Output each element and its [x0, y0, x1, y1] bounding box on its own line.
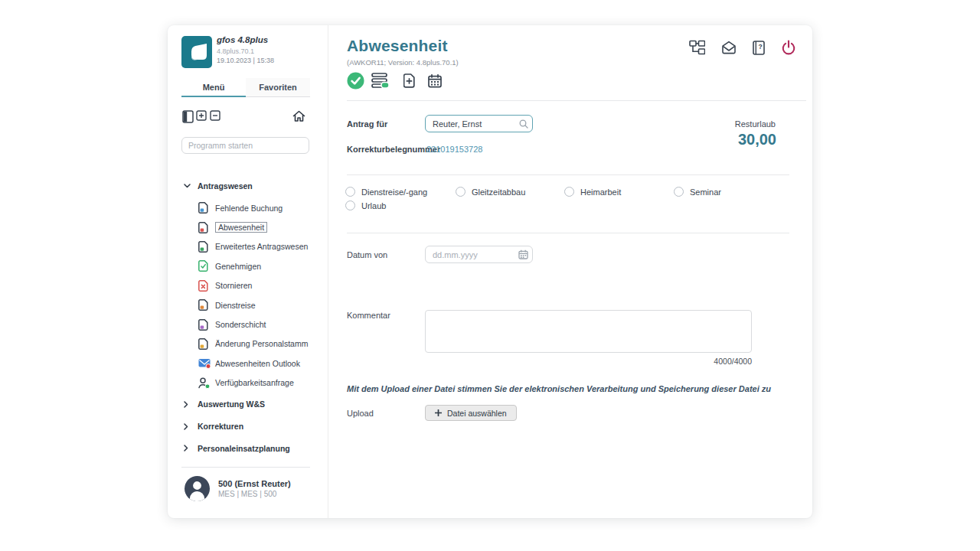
section-label: Antragswesen [198, 181, 253, 191]
action-toolbar [347, 72, 442, 90]
sidebar-menu-items: Fehlende Buchung Abwesenheit Erweitertes… [168, 198, 328, 393]
sidebar-section-auswertung-ws[interactable]: Auswertung W&S [168, 393, 328, 416]
datum-von-label: Datum von [347, 250, 387, 259]
sidebar-collapsed-sections: Auswertung W&S Korrekturen Personaleinsa… [168, 393, 328, 459]
document-red-icon [198, 222, 211, 233]
approve-check-icon[interactable] [347, 72, 364, 90]
section-label: Korrekturen [198, 422, 243, 431]
sidebar-item-fehlende-buchung[interactable]: Fehlende Buchung [168, 198, 328, 217]
sitemap-icon[interactable] [689, 40, 705, 55]
sidebar-item-erweitertes-antragswesen[interactable]: Erweitertes Antragswesen [168, 237, 328, 256]
sidebar-item-label: Abwesenheiten Outlook [215, 359, 300, 368]
radio-label: Dienstreise/-gang [361, 187, 427, 197]
stack-actions-icon[interactable] [371, 73, 390, 89]
radio-dienstreise-gang[interactable]: Dienstreise/-gang [345, 187, 427, 197]
new-document-icon[interactable] [403, 73, 415, 88]
kommentar-textarea[interactable] [425, 310, 752, 353]
chevron-right-icon [184, 445, 188, 452]
window-toolbar: ? [689, 40, 796, 55]
collapse-all-icon[interactable] [210, 110, 220, 121]
file-select-button[interactable]: Datei auswählen [425, 405, 517, 421]
sidebar-item-verfuegbarkeitsanfrage[interactable]: Verfügbarkeitsanfrage [168, 373, 328, 393]
sidebar-item-label: Änderung Personalstamm [215, 339, 308, 348]
help-book-icon[interactable]: ? [753, 41, 765, 55]
kommentar-label: Kommentar [347, 311, 390, 320]
sidebar-item-abwesenheiten-outlook[interactable]: Abwesenheiten Outlook [168, 354, 328, 373]
sidebar: gfos 4.8plus 4.8plus.70.1 19.10.2023 | 1… [168, 25, 328, 518]
datum-von-input[interactable] [425, 246, 533, 263]
radio-label: Heimarbeit [580, 187, 621, 197]
user-meta: MES | MES | 500 [218, 490, 291, 498]
home-icon[interactable] [292, 110, 305, 122]
expand-all-icon[interactable] [196, 110, 207, 121]
main-content: Abwesenheit (AWKOR11; Version: 4.8plus.7… [328, 25, 812, 518]
tab-favoriten-label: Favoriten [259, 83, 297, 92]
radio-heimarbeit[interactable]: Heimarbeit [564, 187, 621, 197]
chevron-right-icon [184, 423, 188, 430]
sidebar-section-antragswesen[interactable]: Antragswesen [168, 180, 328, 192]
divider [347, 100, 806, 101]
sidebar-toolbar [168, 110, 328, 124]
app-window: gfos 4.8plus 4.8plus.70.1 19.10.2023 | 1… [168, 25, 812, 518]
mail-icon[interactable] [721, 41, 737, 54]
section-label: Personaleinsatzplanung [198, 444, 290, 453]
sidebar-item-aenderung-personalstamm[interactable]: Änderung Personalstamm [168, 334, 328, 354]
radio-label: Urlaub [361, 201, 386, 210]
panel-toggle-icon[interactable] [182, 110, 194, 123]
sidebar-item-sonderschicht[interactable]: Sonderschicht [168, 315, 328, 334]
active-tab-underline [181, 96, 246, 97]
program-search-input[interactable] [181, 137, 309, 154]
sidebar-item-genehmigen[interactable]: Genehmigen [168, 256, 328, 276]
user-info[interactable]: 500 (Ernst Reuter) MES | MES | 500 [185, 474, 322, 503]
radio-circle-icon [674, 187, 684, 197]
sidebar-item-stornieren[interactable]: Stornieren [168, 276, 328, 295]
sidebar-section-korrekturen[interactable]: Korrekturen [168, 416, 328, 438]
calendar-icon[interactable] [428, 74, 442, 88]
sidebar-item-label: Fehlende Buchung [215, 204, 283, 213]
sidebar-item-label: Erweitertes Antragswesen [215, 242, 308, 251]
sidebar-item-dienstreise[interactable]: Dienstreise [168, 295, 328, 315]
sidebar-item-abwesenheit[interactable]: Abwesenheit [168, 217, 328, 236]
app-title: gfos 4.8plus [217, 35, 268, 44]
sidebar-item-label: Stornieren [215, 281, 252, 290]
char-counter: 4000/4000 [425, 357, 752, 366]
gfos-logo [181, 36, 212, 68]
document-orange-icon [198, 299, 211, 311]
sidebar-item-label: Dienstreise [215, 301, 256, 310]
file-select-button-label: Datei auswählen [447, 409, 507, 418]
sidebar-section-personaleinsatzplanung[interactable]: Personaleinsatzplanung [168, 438, 328, 460]
radio-circle-icon [345, 187, 355, 197]
app-version: 4.8plus.70.1 [217, 47, 254, 55]
plus-icon [435, 409, 442, 416]
tab-menu[interactable]: Menü [181, 78, 246, 96]
user-name: 500 (Ernst Reuter) [218, 479, 291, 488]
chevron-right-icon [184, 401, 188, 408]
tab-favoriten[interactable]: Favoriten [246, 78, 310, 96]
antrag-fuer-input[interactable] [425, 115, 533, 132]
page-subtitle: (AWKOR11; Version: 4.8plus.70.1) [347, 58, 459, 67]
document-yellow-icon [198, 338, 211, 350]
document-cancel-icon [198, 280, 211, 292]
divider [347, 233, 789, 233]
resturlaub-label: Resturlaub [735, 119, 776, 129]
divider [347, 174, 789, 175]
gfos-logo-glyph [181, 36, 212, 68]
sidebar-item-label: Verfügbarkeitsanfrage [215, 378, 294, 387]
radio-urlaub[interactable]: Urlaub [345, 201, 386, 210]
korrekturbelegnummer-value: 231019153728 [426, 145, 482, 154]
radio-circle-icon [564, 187, 574, 197]
user-name-block: 500 (Ernst Reuter) MES | MES | 500 [218, 479, 291, 498]
app-datetime: 19.10.2023 | 15:38 [217, 57, 274, 64]
radio-gleitzeitabbau[interactable]: Gleitzeitabbau [456, 187, 525, 197]
sidebar-divider [181, 467, 310, 468]
mail-badge-icon [198, 358, 211, 369]
avatar [185, 476, 210, 501]
chevron-down-icon [184, 184, 191, 188]
radio-seminar[interactable]: Seminar [674, 187, 721, 197]
page-title: Abwesenheit [347, 37, 448, 55]
antrag-fuer-label: Antrag für [347, 119, 387, 129]
radio-circle-icon [456, 187, 466, 197]
logout-power-icon[interactable] [781, 40, 796, 55]
document-approve-icon [198, 260, 211, 272]
upload-label: Upload [347, 409, 374, 418]
